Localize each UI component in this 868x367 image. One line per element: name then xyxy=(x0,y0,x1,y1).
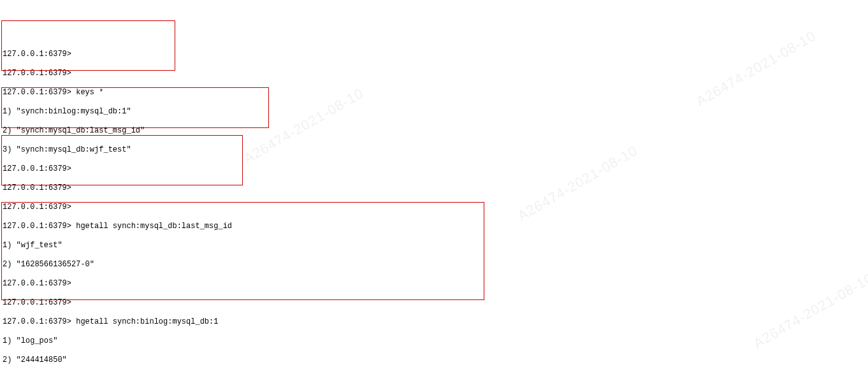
terminal-output[interactable]: 127.0.0.1:6379> 127.0.0.1:6379> 127.0.0.… xyxy=(0,38,868,367)
cmd-hgetall-lastmsg: 127.0.0.1:6379> hgetall synch:mysql_db:l… xyxy=(3,222,865,231)
prompt-line: 127.0.0.1:6379> xyxy=(3,164,865,174)
output-line: 1) "log_pos" xyxy=(3,336,865,346)
output-line: 2) "synch:mysql_db:last_msg_id" xyxy=(3,126,865,136)
prompt-line: 127.0.0.1:6379> xyxy=(3,184,865,193)
output-line: 2) "1628566136527-0" xyxy=(3,260,865,270)
output-line: 1) "wjf_test" xyxy=(3,241,865,250)
prompt-line: 127.0.0.1:6379> xyxy=(3,69,865,78)
cmd-keys: 127.0.0.1:6379> keys * xyxy=(3,88,865,97)
prompt-line: 127.0.0.1:6379> xyxy=(3,203,865,212)
output-line: 2) "244414850" xyxy=(3,356,865,365)
prompt-line: 127.0.0.1:6379> xyxy=(3,279,865,289)
output-line: 1) "synch:binlog:mysql_db:1" xyxy=(3,107,865,117)
prompt-line: 127.0.0.1:6379> xyxy=(3,50,865,59)
prompt-line: 127.0.0.1:6379> xyxy=(3,298,865,308)
output-line: 3) "synch:mysql_db:wjf_test" xyxy=(3,145,865,155)
cmd-hgetall-binlog: 127.0.0.1:6379> hgetall synch:binlog:mys… xyxy=(3,317,865,327)
